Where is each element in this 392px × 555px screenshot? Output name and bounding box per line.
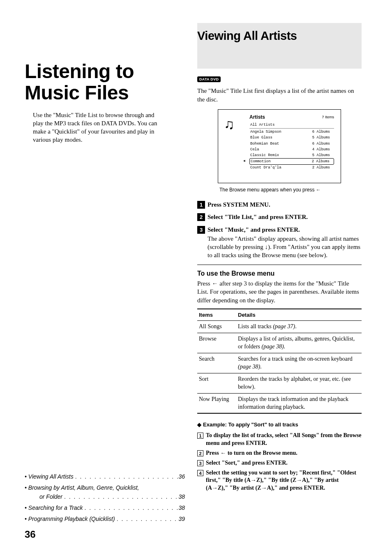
example-step: 3Select "Sort," and press ENTER. [197,459,362,467]
album-count: 6 Albums [312,141,333,146]
table-row: Now PlayingDisplays the track informatio… [197,393,362,413]
toc-item: • Viewing All Artists 36 [25,473,185,481]
page-number: 36 [25,528,36,541]
table-cell-item: All Songs [197,321,236,333]
diamond-icon: ◆ [197,421,201,428]
toc-dots [83,504,179,512]
example-step-text: Select the setting you want to sort by; … [206,469,362,493]
step-text: Select "Music," and press ENTER. [208,226,300,233]
table-cell-detail: Displays a list of artists, albums, genr… [236,333,362,353]
data-dvd-badge: DATA DVD [197,76,221,82]
table-row: All SongsLists all tracks (page 37). [197,321,362,333]
table-row: SearchSearches for a track using the on-… [197,353,362,373]
list-item: Cela4 Albums [249,147,334,152]
step-text: Select "Title List," and press ENTER. [208,214,308,220]
step-desc: The above "Artists" display appears, sho… [208,235,362,260]
list-item: Bohemian Beat6 Albums [249,141,334,147]
artists-screenshot: ♫ Artists 7 Items All ArtistsAngela Simp… [218,109,341,183]
album-count: 5 Albums [312,153,333,158]
album-count: 5 Albums [312,135,333,140]
toc-label: • Browsing by Artist, Album, Genre, Quic… [25,484,139,492]
boxed-step-number: 1 [197,433,203,439]
artists-caption: The Browse menu appears when you press ← [219,187,362,193]
artist-name: Cela [250,147,304,152]
browse-intro: Press ← after step 3 to display the item… [197,279,362,304]
example-step-text: Press ← to turn on the Browse menu. [206,449,362,457]
music-note-icon: ♫ [224,117,235,131]
step-text: Press SYSTEM MENU. [208,201,270,208]
table-cell-detail: Lists all tracks (page 37). [236,321,362,333]
list-item: Commotion2 Albums [249,158,334,165]
toc-label: • Programming Playback (Quicklist) [25,515,115,523]
toc-page: 38 [178,504,185,512]
table-cell-item: Sort [197,373,236,393]
toc-dots [115,515,179,523]
table-cell-item: Now Playing [197,393,236,413]
list-item: Angela Simpson6 Albums [249,129,334,135]
boxed-step-number: 3 [197,460,203,466]
toc: • Viewing All Artists 36 • Browsing by A… [25,473,185,523]
step-3: 3 Select "Music," and press ENTER. The a… [197,226,362,260]
toc-dots [74,473,179,481]
table-cell-item: Search [197,353,236,373]
toc-page: 38 [178,493,185,501]
left-arrow-icon: ← [316,187,321,193]
table-row: SortReorders the tracks by alphabet, or … [197,373,362,393]
browse-table: Items Details All SongsLists all tracks … [197,309,362,414]
artists-header: Artists [249,114,315,120]
boxed-step-number: 4 [197,470,203,476]
example-step: 1To display the list of tracks, select "… [197,432,362,447]
step-1: 1 Press SYSTEM MENU. [197,200,362,209]
section-title: Viewing All Artists [197,28,362,44]
toc-item-cont: or Folder 38 [25,493,185,501]
toc-item: • Browsing by Artist, Album, Genre, Quic… [25,484,185,492]
toc-label: • Searching for a Track [25,504,83,512]
table-cell-detail: Displays the track information and the p… [236,393,362,413]
section-header-band: Viewing All Artists [197,23,362,69]
chapter-title: Listening to Music Files [25,61,185,104]
example-step: 4Select the setting you want to sort by;… [197,469,362,493]
album-count: 2 Albums [312,159,333,164]
album-count: 2 Albums [312,165,333,170]
artist-name: Classic Remix [250,153,304,158]
list-item: All Artists [249,122,334,129]
section-intro: The "Music" Title List first displays a … [197,87,362,104]
step-number: 2 [197,213,205,221]
album-count: 4 Albums [312,147,333,152]
toc-label: • Viewing All Artists [25,473,74,481]
step-number: 3 [197,226,205,234]
boxed-step-number: 2 [197,450,203,456]
artists-count: 7 Items [322,115,334,120]
example-step-text: To display the list of tracks, select "A… [206,432,362,447]
album-count [330,122,333,127]
album-count: 6 Albums [312,129,333,134]
toc-page: 36 [178,473,185,481]
left-arrow-icon: ← [212,280,218,287]
divider [197,265,362,265]
down-arrow-icon: ↓ [265,244,268,250]
list-item: Blue Glass5 Albums [249,135,334,140]
table-header-details: Details [236,309,362,321]
artist-name: Commotion [251,159,304,164]
step-number: 1 [197,201,205,209]
toc-dots [62,493,178,501]
toc-item: • Programming Playback (Quicklist) 39 [25,515,185,523]
list-item: Classic Remix5 Albums [249,152,334,158]
chapter-intro: Use the "Music" Title List to browse thr… [33,111,159,144]
left-arrow-icon: ← [220,450,226,456]
toc-label-cont: or Folder [39,493,62,501]
artist-name: All Artists [250,122,304,127]
table-header-items: Items [197,309,236,321]
table-row: BrowseDisplays a list of artists, albums… [197,333,362,353]
list-item: Count Dra'q'la2 Albums [249,165,334,170]
step-2: 2 Select "Title List," and press ENTER. [197,213,362,221]
browse-heading: To use the Browse menu [197,269,362,278]
example-step: 2Press ← to turn on the Browse menu. [197,449,362,457]
artist-name: Blue Glass [250,135,304,140]
artist-name: Bohemian Beat [250,141,304,146]
table-cell-detail: Reorders the tracks by alphabet, or year… [236,373,362,393]
example-step-text: Select "Sort," and press ENTER. [206,459,362,467]
table-cell-item: Browse [197,333,236,353]
artist-name: Count Dra'q'la [250,165,304,170]
example-title: ◆Example: To apply "Sort" to all tracks [197,421,362,428]
